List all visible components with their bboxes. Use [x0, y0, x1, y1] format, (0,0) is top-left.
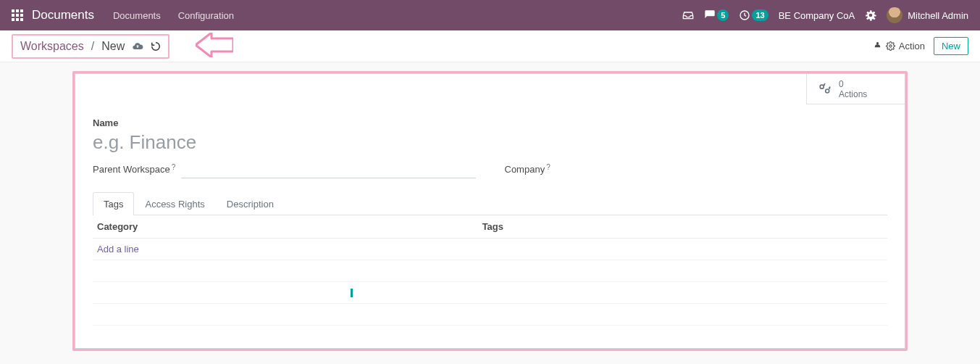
activities-icon[interactable]: 13	[739, 9, 768, 21]
table-row	[93, 260, 887, 282]
col-tags: Tags	[482, 221, 883, 232]
nav-menu: Documents Configuration	[113, 10, 234, 21]
company-label: Company	[505, 164, 545, 175]
nav-right: 5 13 BE Company CoA Mitchell Admin	[682, 7, 968, 23]
messages-badge: 5	[717, 9, 729, 21]
breadcrumb-separator: /	[91, 40, 94, 53]
help-icon[interactable]: ?	[546, 163, 550, 171]
svg-rect-0	[12, 9, 14, 12]
sheet-body: Name Parent Workspace? Company? Tags	[75, 74, 905, 347]
activities-badge: 13	[752, 9, 768, 21]
table-row: Add a line	[93, 239, 887, 260]
svg-point-12	[826, 89, 829, 93]
action-dropdown[interactable]: Action	[873, 41, 925, 51]
stat-actions-button[interactable]: 0 Actions	[806, 74, 905, 104]
table-row	[93, 304, 887, 326]
nav-item-documents[interactable]: Documents	[113, 10, 161, 21]
discard-icon[interactable]	[151, 41, 161, 51]
svg-rect-1	[16, 9, 19, 12]
parent-workspace-input[interactable]	[181, 164, 475, 178]
control-bar: Workspaces / New Action New	[0, 30, 980, 62]
svg-rect-4	[16, 14, 19, 17]
svg-rect-8	[20, 18, 23, 21]
parent-workspace-label: Parent Workspace	[93, 164, 170, 175]
tab-description[interactable]: Description	[216, 192, 285, 215]
tab-tags[interactable]: Tags	[93, 192, 134, 215]
tabs: Tags Access Rights Description	[93, 191, 887, 215]
user-menu[interactable]: Mitchell Admin	[887, 7, 968, 23]
apps-icon[interactable]	[12, 9, 23, 21]
loading-indicator	[351, 289, 353, 297]
breadcrumb-current: New	[101, 40, 125, 53]
avatar	[887, 7, 902, 23]
messages-icon[interactable]: 5	[704, 9, 729, 21]
svg-rect-2	[20, 9, 23, 12]
table-row	[93, 282, 887, 304]
svg-point-11	[820, 85, 824, 88]
stat-count: 0	[839, 79, 867, 89]
app-brand[interactable]: Documents	[32, 8, 94, 22]
grid-header: Category Tags	[93, 215, 887, 239]
stat-label: Actions	[839, 89, 867, 99]
settings-icon[interactable]	[865, 9, 876, 21]
table-row	[93, 326, 887, 347]
col-category: Category	[97, 221, 482, 232]
add-line-link[interactable]: Add a line	[97, 244, 139, 255]
svg-rect-7	[16, 18, 19, 21]
callout-arrow-icon	[196, 33, 233, 59]
svg-point-10	[889, 45, 892, 47]
svg-rect-3	[12, 14, 14, 17]
breadcrumb: Workspaces / New	[12, 34, 169, 59]
tray-icon[interactable]	[682, 9, 694, 21]
name-label: Name	[93, 117, 887, 128]
action-label: Action	[899, 41, 925, 51]
company-name[interactable]: BE Company CoA	[779, 10, 855, 21]
svg-rect-6	[12, 18, 14, 21]
top-nav: Documents Documents Configuration 5 13 B…	[0, 0, 980, 30]
new-button[interactable]: New	[934, 37, 968, 55]
save-cloud-icon[interactable]	[132, 41, 143, 52]
help-icon[interactable]: ?	[172, 163, 176, 171]
tab-access-rights[interactable]: Access Rights	[134, 192, 215, 215]
form-sheet: 0 Actions Name Parent Workspace? Company…	[75, 73, 905, 349]
breadcrumb-root[interactable]: Workspaces	[20, 40, 84, 53]
right-controls: Action New	[873, 37, 968, 55]
company-input[interactable]	[556, 164, 887, 178]
name-input[interactable]	[93, 128, 887, 160]
sheet-highlight: 0 Actions Name Parent Workspace? Company…	[72, 71, 908, 351]
user-name: Mitchell Admin	[908, 10, 968, 21]
svg-rect-5	[20, 14, 23, 17]
nav-item-configuration[interactable]: Configuration	[178, 10, 234, 21]
